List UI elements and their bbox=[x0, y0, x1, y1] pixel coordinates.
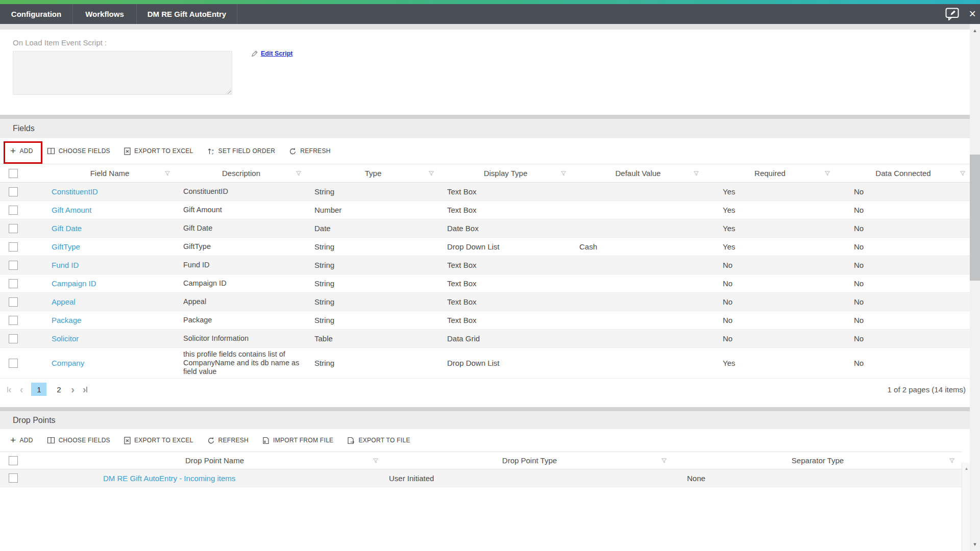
field-name-link[interactable]: Gift Date bbox=[52, 224, 82, 233]
field-name-link[interactable]: Gift Amount bbox=[52, 206, 91, 214]
fields-table: Field Name Description Type Display Type… bbox=[0, 164, 971, 379]
select-all-checkbox[interactable] bbox=[9, 456, 18, 465]
filter-icon[interactable] bbox=[824, 170, 830, 177]
excel-file-icon bbox=[124, 437, 131, 444]
edit-script-link[interactable]: Edit Script bbox=[251, 50, 293, 57]
add-button[interactable]: + ADD bbox=[10, 436, 33, 445]
row-checkbox[interactable] bbox=[9, 279, 18, 288]
table-row: Gift AmountGift AmountNumberText BoxYesN… bbox=[0, 201, 971, 219]
row-checkbox[interactable] bbox=[9, 316, 18, 325]
tab-configuration[interactable]: Configuration bbox=[0, 4, 73, 24]
scroll-down-icon[interactable]: ▼ bbox=[970, 542, 980, 547]
fields-section-header: Fields bbox=[0, 119, 971, 138]
field-name-link[interactable]: GiftType bbox=[52, 242, 80, 251]
row-checkbox[interactable] bbox=[9, 224, 18, 233]
tab-workflows[interactable]: Workflows bbox=[73, 4, 137, 24]
drop-points-section-header: Drop Points bbox=[0, 411, 971, 429]
filter-icon[interactable] bbox=[164, 170, 170, 177]
choose-fields-button[interactable]: CHOOSE FIELDS bbox=[47, 147, 110, 155]
field-description-cell: ConstituentID bbox=[176, 183, 307, 201]
row-checkbox[interactable] bbox=[9, 242, 18, 252]
field-required-cell: No bbox=[704, 330, 836, 347]
column-header-drop-point-name[interactable]: Drop Point Name bbox=[44, 452, 385, 469]
row-checkbox[interactable] bbox=[9, 473, 18, 483]
field-name-link[interactable]: Solicitor bbox=[52, 334, 79, 343]
import-from-file-button[interactable]: IMPORT FROM FILE bbox=[262, 437, 333, 444]
column-header-data-connected[interactable]: Data Connected bbox=[836, 164, 971, 182]
field-description-cell: Package bbox=[176, 311, 307, 329]
row-checkbox[interactable] bbox=[9, 187, 18, 196]
row-checkbox[interactable] bbox=[9, 297, 18, 307]
field-name-link[interactable]: ConstituentID bbox=[52, 187, 98, 196]
field-display-type-cell: Drop Down List bbox=[439, 348, 572, 378]
row-select-cell bbox=[0, 469, 44, 487]
filter-icon[interactable] bbox=[693, 170, 699, 177]
next-page-button[interactable]: › bbox=[71, 387, 75, 392]
filter-icon[interactable] bbox=[296, 170, 302, 177]
column-header-drop-point-type[interactable]: Drop Point Type bbox=[385, 452, 674, 469]
export-to-file-button[interactable]: EXPORT TO FILE bbox=[347, 437, 410, 444]
field-name-link[interactable]: Campaign ID bbox=[52, 279, 96, 288]
row-checkbox[interactable] bbox=[9, 334, 18, 343]
column-header-default-value[interactable]: Default Value bbox=[572, 164, 704, 182]
refresh-button[interactable]: REFRESH bbox=[207, 437, 249, 444]
first-page-button[interactable]: ‹ bbox=[7, 387, 12, 392]
filter-icon[interactable] bbox=[949, 458, 955, 464]
filter-icon[interactable] bbox=[960, 170, 966, 177]
drop-point-name-link[interactable]: DM RE Gift AutoEntry - Incoming items bbox=[103, 474, 235, 483]
filter-icon[interactable] bbox=[560, 170, 567, 177]
last-page-button[interactable]: › bbox=[83, 387, 87, 392]
drop-points-table-header: Drop Point Name Drop Point Type Separato… bbox=[0, 452, 962, 469]
export-to-excel-button[interactable]: EXPORT TO EXCEL bbox=[124, 147, 193, 155]
field-name-cell: Solicitor bbox=[44, 330, 176, 347]
row-select-cell bbox=[0, 201, 44, 219]
script-textarea[interactable] bbox=[13, 51, 232, 95]
column-header-required[interactable]: Required bbox=[704, 164, 836, 182]
prev-page-button[interactable]: ‹ bbox=[20, 387, 23, 392]
column-header-separator-type[interactable]: Separator Type bbox=[674, 452, 962, 469]
scroll-up-icon[interactable]: ▲ bbox=[970, 28, 980, 33]
filter-icon[interactable] bbox=[373, 458, 379, 464]
on-load-script-label: On Load Item Event Script : bbox=[13, 38, 107, 47]
column-header-field-name[interactable]: Field Name bbox=[44, 164, 176, 182]
field-description-cell: Campaign ID bbox=[176, 274, 307, 292]
field-required-cell: Yes bbox=[704, 183, 836, 201]
row-select-cell bbox=[0, 330, 44, 347]
field-data-connected-cell: No bbox=[836, 293, 971, 311]
page-number-2[interactable]: 2 bbox=[55, 385, 63, 394]
separator-type-cell: None bbox=[674, 469, 962, 487]
page-number-1[interactable]: 1 bbox=[31, 383, 46, 396]
page-summary: 1 of 2 pages (14 items) bbox=[888, 385, 966, 394]
set-field-order-button[interactable]: a z SET FIELD ORDER bbox=[207, 147, 276, 155]
add-button[interactable]: + ADD bbox=[10, 147, 33, 156]
field-display-type-cell: Text Box bbox=[439, 183, 572, 201]
scrollbar-thumb[interactable] bbox=[970, 155, 980, 281]
column-header-type[interactable]: Type bbox=[307, 164, 439, 182]
field-type-cell: String bbox=[307, 293, 439, 311]
row-checkbox[interactable] bbox=[9, 261, 18, 270]
column-header-display-type[interactable]: Display Type bbox=[439, 164, 572, 182]
row-checkbox[interactable] bbox=[9, 206, 18, 215]
resize-grip[interactable] bbox=[226, 88, 231, 94]
field-name-link[interactable]: Fund ID bbox=[52, 261, 79, 269]
field-display-type-cell: Text Box bbox=[439, 293, 572, 311]
column-header-description[interactable]: Description bbox=[176, 164, 307, 182]
choose-fields-button[interactable]: CHOOSE FIELDS bbox=[47, 437, 110, 444]
close-icon[interactable]: × bbox=[969, 8, 976, 20]
feedback-icon[interactable] bbox=[945, 8, 959, 20]
select-all-checkbox[interactable] bbox=[9, 169, 18, 178]
filter-icon[interactable] bbox=[428, 170, 434, 177]
refresh-button[interactable]: REFRESH bbox=[289, 147, 330, 155]
row-checkbox[interactable] bbox=[9, 359, 18, 368]
field-name-link[interactable]: Package bbox=[52, 316, 81, 324]
field-type-cell: Number bbox=[307, 201, 439, 219]
field-name-link[interactable]: Company bbox=[52, 359, 84, 367]
field-name-link[interactable]: Appeal bbox=[52, 297, 76, 306]
export-to-excel-button[interactable]: EXPORT TO EXCEL bbox=[124, 437, 193, 444]
field-default-value-cell bbox=[572, 201, 704, 219]
page-scrollbar[interactable]: ▲ ▼ bbox=[970, 24, 980, 551]
fields-table-body: ConstituentIDConstituentIDStringText Box… bbox=[0, 183, 971, 379]
content-area: On Load Item Event Script : Edit Script … bbox=[0, 24, 971, 551]
filter-icon[interactable] bbox=[661, 458, 667, 464]
tab-dm-re-gift-autoentry[interactable]: DM RE Gift AutoEntry bbox=[137, 4, 237, 24]
